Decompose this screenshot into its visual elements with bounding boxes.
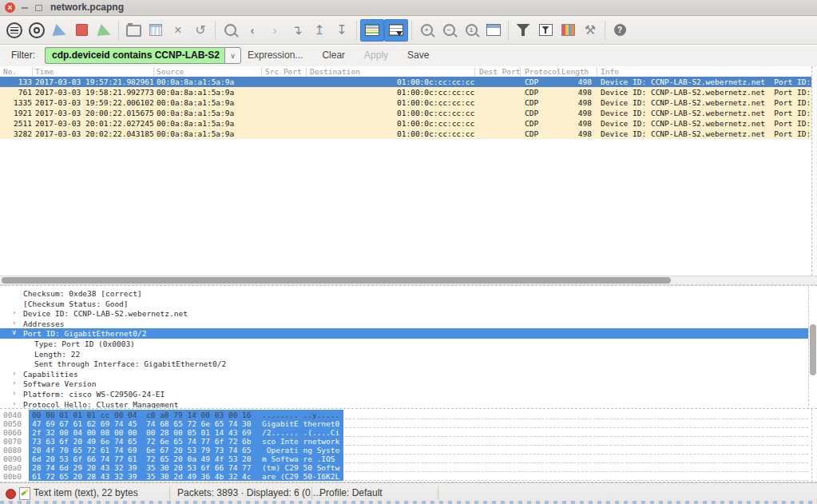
column-separator[interactable] <box>557 67 558 76</box>
cell-info: Device ID: CCNP-LAB-S2.webernetz.net Por… <box>601 119 817 128</box>
column-separator[interactable] <box>520 67 521 76</box>
packet-row[interactable]: 7612017-03-03 19:58:21.99277300:0a:8a:a1… <box>0 87 811 97</box>
detail-row[interactable]: ›Protocol Hello: Cluster Management <box>0 399 808 409</box>
hex-ascii: m Softwa re .IOS <box>262 454 339 463</box>
start-capture-icon[interactable] <box>48 19 70 42</box>
cell-info: Device ID: CCNP-LAB-S2.webernetz.net Por… <box>601 129 817 138</box>
clear-button[interactable]: Clear <box>322 50 345 61</box>
hex-bytes: 61 72 65 20 28 43 32 39 35 30 2d 49 36 4… <box>32 472 252 481</box>
expander-closed-icon[interactable]: › <box>12 308 16 316</box>
detail-text: Length: 22 <box>34 350 80 359</box>
column-header-protocol[interactable]: Protocol <box>525 67 561 76</box>
column-header-destination[interactable]: Destination <box>310 67 360 76</box>
interfaces-icon[interactable] <box>3 19 26 42</box>
column-header-no-[interactable]: No. <box>3 67 17 76</box>
status-field-info: Text item (text), 22 bytes <box>34 487 138 498</box>
minimize-window-button[interactable] <box>19 2 30 13</box>
details-scrollbar-thumb[interactable] <box>810 324 816 375</box>
packet-bytes-pane[interactable]: 004000 00 01 01 01 cc 00 04 c0 a8 79 14 … <box>0 409 817 482</box>
zoom-100-icon[interactable]: 1 <box>460 19 482 42</box>
go-bottom-icon[interactable]: ↧ <box>331 19 353 42</box>
packet-row[interactable]: 19212017-03-03 20:00:22.01567500:0a:8a:a… <box>0 108 811 118</box>
goto-packet-icon[interactable]: ↴ <box>286 19 308 42</box>
close-window-button[interactable]: × <box>5 2 15 13</box>
restart-capture-icon[interactable] <box>93 19 115 42</box>
detail-row[interactable]: ›Platform: cisco WS-C2950G-24-EI <box>0 389 808 399</box>
detail-text: [Checksum Status: Good] <box>23 300 129 308</box>
expander-open-icon[interactable]: ∨ <box>12 328 16 336</box>
zoom-in-icon[interactable]: + <box>415 19 438 42</box>
column-header-length[interactable]: Length <box>561 67 589 76</box>
column-header-info[interactable]: Info <box>601 67 619 76</box>
maximize-window-button[interactable] <box>34 2 44 13</box>
detail-row[interactable]: Checksum: 0xde38 [correct] <box>0 288 808 299</box>
column-separator[interactable] <box>306 67 307 76</box>
horizontal-scrollbar-thumb[interactable] <box>2 277 671 284</box>
expert-info-icon[interactable] <box>6 489 16 499</box>
expander-closed-icon[interactable]: › <box>12 379 16 387</box>
packet-row[interactable]: 13352017-03-03 19:59:22.00610200:0a:8a:a… <box>0 97 811 108</box>
open-file-icon[interactable] <box>122 19 145 42</box>
column-header-src-port[interactable]: Src Port <box>265 67 302 76</box>
detail-text: Software Version <box>23 379 97 388</box>
column-header-source[interactable]: Source <box>157 67 184 76</box>
packet-list-pane[interactable]: No.TimeSourceSrc PortDestinationDest Por… <box>0 66 817 276</box>
column-separator[interactable] <box>261 67 262 76</box>
detail-row[interactable]: Sent through Interface: GigabitEthernet0… <box>0 359 808 369</box>
detail-row[interactable]: Length: 22 <box>0 349 808 359</box>
save-button[interactable]: Save <box>407 50 429 61</box>
cell-info: Device ID: CCNP-LAB-S2.webernetz.net Por… <box>601 109 817 117</box>
detail-row[interactable]: ›Addresses <box>0 319 808 329</box>
packet-row[interactable]: 1332017-03-03 19:57:21.98296100:0a:8a:a1… <box>0 77 811 87</box>
expander-closed-icon[interactable]: › <box>12 369 16 377</box>
detail-row[interactable]: ›Device ID: CCNP-LAB-S2.webernetz.net <box>0 308 808 319</box>
forward-icon[interactable]: › <box>264 19 286 42</box>
packet-row[interactable]: 25112017-03-03 20:01:22.02724500:0a:8a:a… <box>0 118 811 129</box>
packet-details-pane[interactable]: Checksum: 0xde38 [correct][Checksum Stat… <box>0 285 817 409</box>
cell-src: 00:0a:8a:a1:5a:9a <box>157 88 234 97</box>
save-file-icon[interactable] <box>145 19 167 42</box>
apply-button[interactable]: Apply <box>364 50 388 61</box>
capture-options-icon[interactable] <box>26 19 48 42</box>
coloring-rules-icon[interactable] <box>557 19 579 42</box>
detail-row[interactable]: ∨Port ID: GigabitEthernet0/2 <box>0 328 808 339</box>
resize-columns-icon[interactable] <box>482 19 505 42</box>
column-separator[interactable] <box>474 67 475 76</box>
expander-closed-icon[interactable]: › <box>12 399 16 407</box>
packet-row[interactable]: 32822017-03-03 20:02:22.04318500:0a:8a:a… <box>0 129 811 139</box>
find-packet-icon[interactable] <box>219 19 241 42</box>
cell-no: 133 <box>2 77 32 86</box>
detail-row[interactable]: Type: Port ID (0x0003) <box>0 339 808 349</box>
stop-capture-icon[interactable] <box>70 19 93 42</box>
close-file-icon[interactable]: × <box>167 19 189 42</box>
colorize-packets-icon[interactable] <box>360 19 384 42</box>
horizontal-scrollbar[interactable] <box>0 276 817 285</box>
capture-comment-icon[interactable] <box>19 487 30 500</box>
column-separator[interactable] <box>32 67 33 76</box>
titlebar[interactable]: × network.pcapng <box>0 0 817 16</box>
filter-dropdown-button[interactable]: ∨ <box>224 47 241 64</box>
expander-closed-icon[interactable]: › <box>12 389 16 397</box>
expander-closed-icon[interactable]: › <box>12 319 16 327</box>
capture-filters-icon[interactable] <box>512 19 534 42</box>
display-filters-icon[interactable] <box>534 19 557 42</box>
detail-row[interactable]: ›Capabilities <box>0 369 808 379</box>
column-separator[interactable] <box>597 67 597 76</box>
back-icon: ‹ <box>251 24 255 36</box>
column-separator[interactable] <box>153 67 154 76</box>
back-icon[interactable]: ‹ <box>241 19 264 42</box>
filter-input[interactable]: cdp.deviceid contains CCNP-LAB-S2 <box>45 47 224 64</box>
help-icon[interactable]: ? <box>609 19 631 42</box>
detail-row[interactable]: ›Software Version <box>0 379 808 389</box>
packet-list-scrollbar-artifact <box>811 66 817 276</box>
zoom-out-icon[interactable]: − <box>438 19 460 42</box>
column-header-time[interactable]: Time <box>35 67 54 76</box>
preferences-icon[interactable]: ⚒ <box>579 19 601 42</box>
go-top-icon[interactable]: ↥ <box>308 19 331 42</box>
detail-row[interactable]: [Checksum Status: Good] <box>0 299 808 309</box>
expression-button[interactable]: Expression... <box>248 50 303 61</box>
column-header-dest-port[interactable]: Dest Port <box>479 67 520 76</box>
cell-proto: CDP <box>525 98 538 107</box>
reload-icon[interactable]: ↺ <box>189 19 212 42</box>
auto-scroll-icon[interactable] <box>384 19 408 42</box>
